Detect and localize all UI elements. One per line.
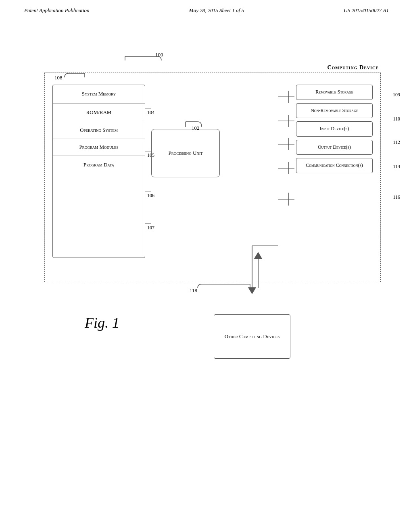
system-memory-box: System Memory ROM/RAM Operating System P… <box>52 85 145 258</box>
label-108: 108 <box>54 75 63 81</box>
fig-label: Fig. 1 <box>85 314 119 331</box>
right-boxes: Removable Storage Non-Removable Storage … <box>296 85 373 177</box>
label-107: 107 <box>147 225 154 231</box>
input-devices-box: Input Device(s) <box>296 121 373 137</box>
other-devices-label: Other Computing Devices <box>225 333 280 340</box>
label-114: 114 <box>393 164 400 170</box>
label-106: 106 <box>147 193 154 199</box>
other-devices-box: Other Computing Devices <box>214 314 290 359</box>
input-devices-label: Input Device(s) <box>320 126 349 131</box>
label-109: 109 <box>393 92 400 98</box>
label-104: 104 <box>147 110 154 116</box>
program-data-label: Program Data <box>53 156 145 174</box>
computing-device-label: Computing Device <box>327 64 379 71</box>
system-memory-label: System Memory <box>53 85 145 104</box>
svg-marker-23 <box>248 287 256 294</box>
output-devices-label: Output Device(s) <box>318 144 351 150</box>
operating-system-label: Operating System <box>53 122 145 139</box>
program-modules-label: Program Modules <box>53 139 145 156</box>
communication-connections-label: Communication Connection(s) <box>306 162 363 168</box>
removable-storage-label: Removable Storage <box>315 89 353 95</box>
communication-connections-box: Communication Connection(s) <box>296 158 373 173</box>
label-116: 116 <box>393 194 400 200</box>
header-left: Patent Application Publication <box>24 7 90 14</box>
non-removable-storage-label: Non-Removable Storage <box>311 108 358 113</box>
diagram-area: 100 Computing Device 108 System Memory R… <box>32 48 381 431</box>
non-removable-storage-box: Non-Removable Storage <box>296 103 373 118</box>
label-100: 100 <box>155 52 163 58</box>
label-118: 118 <box>190 287 197 294</box>
label-102: 102 <box>192 125 200 131</box>
processing-unit-box: Processing Unit <box>151 129 220 177</box>
removable-storage-box: Removable Storage <box>296 85 373 100</box>
output-devices-box: Output Device(s) <box>296 140 373 155</box>
header-right: US 2015/0150027 A1 <box>344 7 389 14</box>
header-middle: May 28, 2015 Sheet 1 of 5 <box>189 7 244 14</box>
processing-unit-label: Processing Unit <box>169 150 203 157</box>
page-header: Patent Application Publication May 28, 2… <box>0 0 413 14</box>
label-110: 110 <box>393 116 400 122</box>
rom-ram-label: ROM/RAM <box>53 104 145 122</box>
label-112: 112 <box>393 139 400 145</box>
